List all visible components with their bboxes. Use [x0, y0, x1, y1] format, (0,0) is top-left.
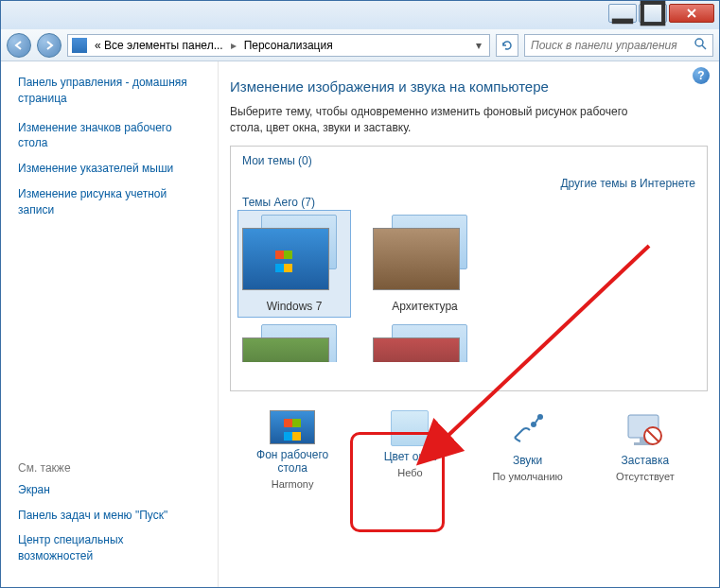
page-title: Изменение изображения и звука на компьют… [230, 78, 708, 95]
desktop-background-label: Фон рабочего стола [240, 448, 344, 475]
theme-label: Архитектура [392, 300, 458, 313]
my-themes-label: Мои темы (0) [242, 154, 312, 167]
help-button[interactable]: ? [693, 67, 710, 84]
sounds-icon [505, 410, 551, 450]
screensaver-sub: Отсутствует [616, 471, 675, 482]
see-also-label: См. также [18, 461, 201, 475]
theme-thumb [373, 324, 477, 362]
bottom-row: Фон рабочего стола Harmony Цвет окна Неб… [230, 410, 708, 490]
sidebar: Панель управления - домашняя страница Из… [1, 61, 219, 587]
sidebar-home-link[interactable]: Панель управления - домашняя страница [18, 75, 201, 107]
maximize-icon [640, 0, 666, 26]
svg-point-2 [695, 39, 703, 46]
themes-row: Windows 7 Архитектура [242, 215, 695, 313]
breadcrumb-seg-1[interactable]: « Все элементы панел... [91, 39, 227, 52]
back-icon [13, 40, 25, 51]
window-color-item[interactable]: Цвет окна Небо [358, 410, 462, 478]
windows-logo-icon [284, 417, 301, 443]
forward-button[interactable] [37, 33, 61, 58]
theme-label: Windows 7 [267, 300, 323, 313]
themes-container: Мои темы (0) Другие темы в Интернете Тем… [230, 146, 708, 391]
minimize-icon [609, 0, 636, 26]
desktop-background-sub: Harmony [272, 478, 314, 490]
window: « Все элементы панел... ▸ Персонализация… [0, 0, 720, 588]
refresh-icon [500, 39, 514, 52]
theme-item[interactable] [242, 324, 346, 362]
close-button[interactable] [669, 4, 714, 23]
sounds-item[interactable]: Звуки По умолчанию [476, 410, 580, 482]
window-buttons [608, 4, 714, 23]
aero-themes-header: Темы Aero (7) [242, 196, 695, 209]
svg-point-4 [537, 414, 543, 420]
see-also-taskbar[interactable]: Панель задач и меню "Пуск" [18, 508, 201, 524]
see-also-ease-of-access[interactable]: Центр специальных возможностей [18, 532, 201, 564]
control-panel-icon [72, 38, 87, 53]
window-color-sub: Небо [397, 467, 422, 478]
theme-thumb [373, 215, 477, 296]
aero-themes-label: Темы Aero (7) [242, 196, 315, 209]
windows-logo-icon [275, 249, 296, 269]
breadcrumb-seg-2[interactable]: Персонализация [240, 39, 337, 52]
my-themes-header: Мои темы (0) [242, 154, 695, 167]
page-subtitle: Выберите тему, чтобы одновременно измени… [230, 104, 646, 136]
sidebar-link-account-picture[interactable]: Изменение рисунка учетной записи [18, 186, 201, 218]
see-also-display[interactable]: Экран [18, 482, 201, 498]
close-icon [687, 9, 696, 18]
refresh-button[interactable] [496, 34, 518, 57]
sounds-label: Звуки [513, 454, 542, 467]
address-dropdown[interactable]: ▾ [472, 39, 485, 52]
forward-icon [44, 40, 55, 51]
window-color-label: Цвет окна [384, 450, 436, 463]
sounds-sub: По умолчанию [492, 471, 562, 482]
back-button[interactable] [7, 33, 31, 58]
screensaver-label: Заставка [622, 454, 670, 467]
svg-rect-1 [642, 3, 663, 24]
screensaver-item[interactable]: Заставка Отсутствует [593, 410, 697, 482]
window-color-icon [391, 410, 429, 446]
svg-rect-0 [612, 19, 633, 25]
theme-architecture[interactable]: Архитектура [373, 215, 477, 313]
desktop-background-icon [270, 410, 315, 444]
online-themes-link[interactable]: Другие темы в Интернете [560, 177, 695, 190]
search-icon [694, 37, 707, 53]
minimize-button[interactable] [608, 4, 637, 23]
titlebar [1, 1, 719, 29]
breadcrumb-sep: ▸ [231, 39, 237, 52]
sidebar-link-desktop-icons[interactable]: Изменение значков рабочего стола [18, 120, 201, 152]
desktop-background-item[interactable]: Фон рабочего стола Harmony [240, 410, 344, 490]
search-box[interactable] [524, 34, 713, 57]
body: Панель управления - домашняя страница Из… [1, 61, 719, 587]
themes-row-partial [242, 324, 695, 362]
theme-item[interactable] [373, 324, 477, 362]
main-panel: ? Изменение изображения и звука на компь… [219, 61, 719, 587]
navbar: « Все элементы панел... ▸ Персонализация… [1, 29, 719, 61]
theme-thumb [242, 215, 346, 296]
theme-thumb [242, 324, 346, 362]
online-link-row: Другие темы в Интернете [242, 177, 695, 190]
maximize-button[interactable] [639, 4, 667, 23]
search-input[interactable] [531, 39, 694, 52]
address-bar[interactable]: « Все элементы панел... ▸ Персонализация… [67, 34, 490, 57]
screensaver-icon [623, 410, 668, 450]
theme-windows-7[interactable]: Windows 7 [238, 211, 350, 317]
sidebar-link-mouse-pointers[interactable]: Изменение указателей мыши [18, 161, 201, 177]
